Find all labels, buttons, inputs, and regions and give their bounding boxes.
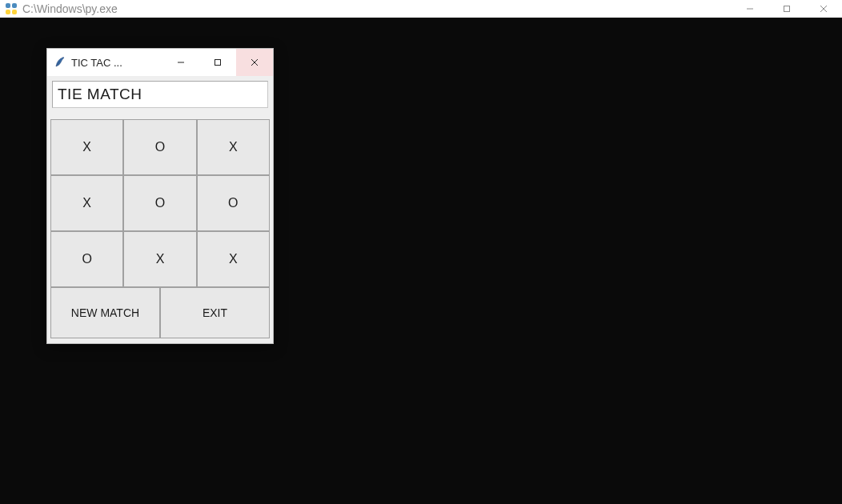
game-controls: NEW MATCH EXIT	[50, 287, 270, 338]
board-cell-2-2[interactable]: X	[197, 231, 270, 287]
svg-rect-5	[784, 6, 790, 12]
game-titlebar[interactable]: TIC TAC ...	[47, 49, 273, 76]
console-content: TIC TAC ... TIE MATCH X	[0, 18, 842, 504]
board-cell-2-0[interactable]: O	[50, 231, 123, 287]
feather-icon	[54, 56, 66, 69]
console-window-controls	[732, 0, 842, 18]
game-window-controls	[162, 49, 273, 76]
board-cell-2-1[interactable]: X	[123, 231, 196, 287]
board-cell-0-2[interactable]: X	[197, 119, 270, 175]
svg-rect-3	[6, 10, 10, 14]
console-window: C:\Windows\py.exe	[0, 0, 842, 504]
exit-button[interactable]: EXIT	[160, 287, 270, 338]
new-match-button[interactable]: NEW MATCH	[50, 287, 160, 338]
svg-rect-1	[12, 10, 17, 14]
game-minimize-button[interactable]	[162, 49, 199, 76]
game-title: TIC TAC ...	[71, 57, 122, 69]
status-entry[interactable]: TIE MATCH	[52, 81, 268, 108]
board-cell-0-0[interactable]: X	[50, 119, 123, 175]
minimize-button[interactable]	[732, 0, 768, 18]
board-cell-1-2[interactable]: O	[197, 175, 270, 231]
maximize-button[interactable]	[768, 0, 805, 18]
svg-rect-10	[215, 60, 221, 66]
python-launcher-icon	[5, 2, 18, 15]
game-board: X O X X O O O X X	[50, 119, 270, 287]
game-title-section: TIC TAC ...	[47, 49, 162, 76]
game-close-button[interactable]	[236, 49, 273, 76]
game-maximize-button[interactable]	[199, 49, 236, 76]
console-titlebar: C:\Windows\py.exe	[0, 0, 842, 18]
game-body: TIE MATCH X O X X O O O X X NEW MATCH EX…	[47, 76, 273, 343]
console-title: C:\Windows\py.exe	[22, 2, 732, 15]
svg-rect-0	[6, 3, 10, 8]
board-cell-0-1[interactable]: O	[123, 119, 196, 175]
board-cell-1-1[interactable]: O	[123, 175, 196, 231]
board-cell-1-0[interactable]: X	[50, 175, 123, 231]
close-button[interactable]	[805, 0, 842, 18]
game-window: TIC TAC ... TIE MATCH X	[46, 48, 274, 344]
svg-rect-2	[12, 3, 17, 8]
